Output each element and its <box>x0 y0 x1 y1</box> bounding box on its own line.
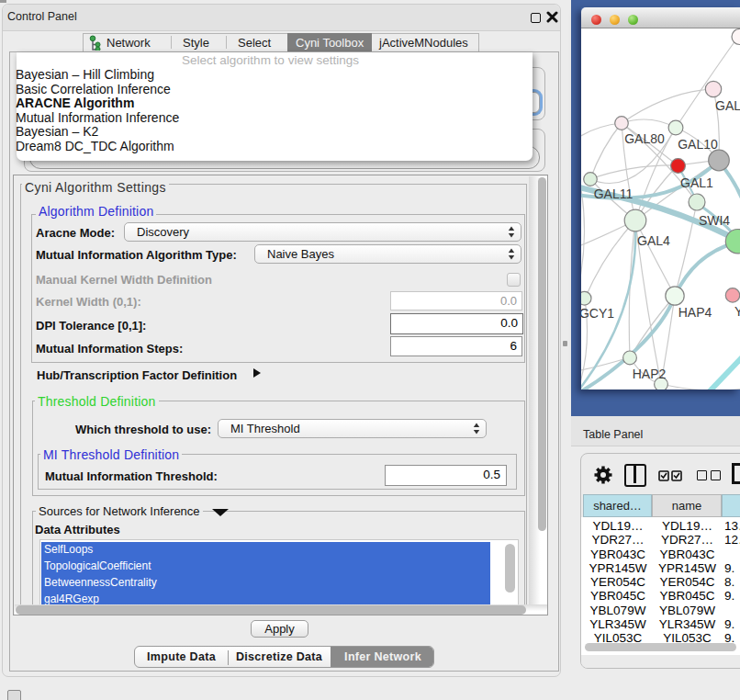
svg-text:Y: Y <box>734 304 740 319</box>
svg-text:GAL7: GAL7 <box>715 98 740 113</box>
svg-text:GAL10: GAL10 <box>678 137 718 152</box>
svg-text:HAP2: HAP2 <box>633 367 667 381</box>
svg-text:GAL11: GAL11 <box>594 186 633 201</box>
svg-text:SWI4: SWI4 <box>699 213 730 228</box>
svg-text:HAP4: HAP4 <box>678 305 712 320</box>
svg-text:GCY1: GCY1 <box>581 306 614 321</box>
svg-text:GAL4: GAL4 <box>637 233 670 248</box>
svg-text:GAL80: GAL80 <box>624 131 665 146</box>
svg-text:GAL1: GAL1 <box>680 175 713 190</box>
